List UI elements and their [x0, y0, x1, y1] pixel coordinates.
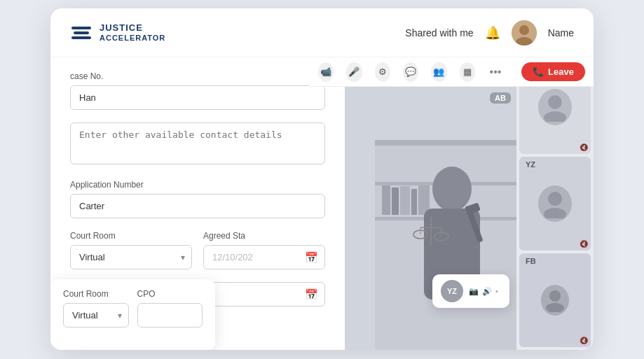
camera-icon: 📷: [469, 287, 479, 296]
court-room-row: Court Room Virtual Physical ▾ Agreed Sta…: [70, 231, 325, 282]
logo-area: JUSTICE ACCELERATOR: [70, 20, 165, 45]
logo-accelerator: ACCELERATOR: [100, 34, 165, 42]
user-name: Name: [548, 27, 574, 38]
svg-rect-4: [375, 140, 529, 146]
contact-group: [70, 122, 325, 167]
svg-point-26: [549, 290, 561, 302]
cpo-input[interactable]: [137, 303, 203, 328]
participant-tile-fb: FB 🔇: [519, 253, 591, 347]
court-room-2-label: Court Room: [63, 289, 129, 299]
logo-bar-1: [71, 27, 91, 29]
fb-avatar: [541, 285, 569, 316]
phone-icon: 📞: [533, 66, 544, 77]
judge-silhouette: [375, 126, 529, 350]
logo-justice: JUSTICE: [100, 23, 165, 33]
form-panel: case No. Application Number Court Room V…: [50, 57, 345, 350]
svg-point-27: [546, 303, 564, 312]
yz-card-icons: 📷 🔊 •: [469, 287, 498, 296]
svg-point-25: [544, 208, 566, 218]
agreed-start-date-wrap: 📅: [203, 245, 325, 269]
leave-button[interactable]: 📞 Leave: [521, 62, 585, 81]
logo-bar-2: [74, 31, 89, 34]
court-room-select[interactable]: Virtual Physical: [70, 245, 192, 269]
logo-text: JUSTICE ACCELERATOR: [100, 23, 165, 41]
fb-initials: FB: [522, 256, 540, 266]
yz-mic-icon: 🔇: [580, 240, 588, 248]
main-card: JUSTICE ACCELERATOR Shared with me 🔔 Nam…: [50, 8, 594, 350]
court-room-cpo-card: Court Room Virtual Physical ▾ CPO: [50, 279, 215, 350]
app-number-group: Application Number: [70, 180, 325, 218]
content-area: case No. Application Number Court Room V…: [50, 57, 594, 350]
mic-btn[interactable]: 🎤: [346, 62, 362, 82]
fb-mic-icon: 🔇: [580, 337, 588, 344]
cpo-label: CPO: [137, 289, 203, 299]
agreed-start-label: Agreed Sta: [203, 231, 325, 241]
court-room-2-select-wrap: Virtual Physical ▾: [63, 303, 129, 328]
cd-avatar: [538, 89, 572, 125]
grid-btn[interactable]: ▦: [460, 62, 475, 82]
court-room-2-group: Court Room Virtual Physical ▾: [63, 289, 129, 328]
svg-rect-9: [400, 186, 410, 215]
yz-avatar: [538, 185, 572, 222]
ab-badge: AB: [490, 92, 511, 104]
yz-floating-card: YZ 📷 🔊 •: [432, 274, 509, 308]
logo-bar-3: [71, 36, 91, 39]
participant-tile-yz: YZ 🔇: [519, 157, 591, 251]
court-room-cpo-fields: Court Room Virtual Physical ▾ CPO: [63, 289, 203, 340]
leave-label: Leave: [548, 66, 574, 77]
svg-point-1: [519, 25, 529, 35]
yz-card-avatar: YZ: [441, 280, 463, 302]
cd-mic-icon: 🔇: [580, 143, 588, 151]
yz-initials: YZ: [522, 160, 539, 169]
shared-with-me-label: Shared with me: [405, 27, 473, 38]
participants-btn[interactable]: 👥: [431, 62, 446, 82]
case-no-label: case No.: [70, 71, 325, 81]
settings-btn[interactable]: ⚙: [375, 62, 390, 82]
speaker-icon: 🔊: [482, 287, 492, 296]
agreed-start-date-input[interactable]: [203, 245, 325, 269]
app-number-label: Application Number: [70, 180, 325, 190]
svg-point-23: [544, 111, 566, 122]
svg-rect-10: [411, 189, 417, 215]
svg-point-12: [432, 167, 472, 211]
logo-icon: [70, 20, 93, 45]
svg-point-24: [548, 192, 562, 206]
court-room-label: Court Room: [70, 231, 192, 241]
more-btn[interactable]: •••: [488, 62, 503, 82]
bell-icon[interactable]: 🔔: [485, 25, 500, 41]
header: JUSTICE ACCELERATOR Shared with me 🔔 Nam…: [50, 8, 594, 57]
svg-point-22: [548, 95, 562, 109]
video-btn[interactable]: 📹: [318, 62, 334, 82]
court-room-select-wrap: Virtual Physical ▾: [70, 245, 192, 269]
cpo-group: CPO: [137, 289, 203, 328]
app-number-input[interactable]: [70, 194, 325, 218]
avatar: [512, 20, 537, 45]
court-room-group: Court Room Virtual Physical ▾: [70, 231, 192, 269]
case-no-group: case No.: [70, 71, 325, 110]
participants-sidebar: CD 🔇 YZ 🔇 FB 🔇: [516, 57, 594, 350]
chat-btn[interactable]: 💬: [403, 62, 418, 82]
svg-rect-7: [382, 185, 390, 215]
contact-textarea[interactable]: [70, 122, 325, 164]
svg-rect-8: [392, 188, 399, 215]
court-room-2-select[interactable]: Virtual Physical: [63, 303, 129, 328]
call-toolbar: 📹 🎤 ⚙ 💬 👥 ▦ ••• 📞 Leave: [310, 57, 594, 87]
agreed-start-group: Agreed Sta 📅: [203, 231, 325, 269]
header-right: Shared with me 🔔 Name: [405, 20, 574, 45]
case-no-input[interactable]: [70, 85, 325, 110]
dot-icon: •: [495, 287, 498, 296]
